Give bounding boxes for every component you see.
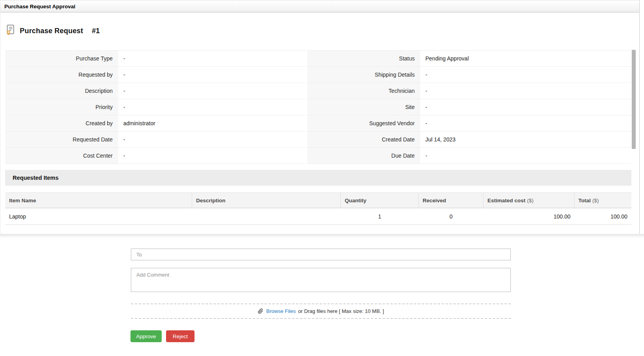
detail-value: administrator	[118, 115, 306, 131]
column-header-label: Total	[578, 198, 591, 203]
table-cell	[192, 208, 341, 224]
detail-value: -	[420, 99, 631, 115]
detail-row: Due Date-	[307, 147, 631, 164]
details-left-column: Purchase Type-Requested by-Description-P…	[5, 50, 306, 164]
detail-label: Created by	[5, 115, 118, 131]
column-header-unit: ($)	[527, 198, 534, 203]
details-right-column: StatusPending ApprovalShipping Details-T…	[307, 50, 631, 164]
detail-value: -	[420, 115, 631, 131]
page-titlebar: Purchase Request Approval	[0, 0, 640, 13]
column-header-label: Received	[423, 198, 446, 203]
purchase-request-icon	[6, 24, 15, 37]
detail-row: Cost Center-	[5, 147, 306, 164]
table-row: Laptop10100.00100.00	[5, 208, 631, 225]
items-header-row: Item NameDescriptionQuantityReceivedEsti…	[5, 192, 631, 208]
table-cell: 100.00	[574, 208, 631, 224]
to-input[interactable]	[131, 249, 511, 260]
detail-row: Technician-	[307, 83, 631, 99]
detail-value: Jul 14, 2023	[420, 132, 631, 147]
table-cell: 0	[419, 208, 483, 224]
details-scrollbar-thumb[interactable]	[632, 50, 636, 149]
column-header-unit: ($)	[592, 198, 599, 203]
file-drop-zone[interactable]: Browse Files or Drag files here [ Max si…	[131, 303, 511, 319]
purchase-request-header: Purchase Request #1	[6, 24, 100, 38]
detail-value: -	[118, 132, 306, 147]
detail-value: -	[118, 148, 306, 164]
requested-items-title: Requested Items	[13, 175, 59, 181]
column-header-label: Item Name	[9, 198, 36, 203]
detail-row: Created byadministrator	[5, 115, 306, 131]
detail-label: Cost Center	[5, 148, 118, 164]
detail-label: Status	[307, 51, 420, 66]
detail-row: Suggested Vendor-	[307, 115, 631, 131]
detail-label: Created Date	[307, 132, 420, 147]
section-divider	[0, 234, 644, 237]
details-table: Purchase Type-Requested by-Description-P…	[5, 50, 631, 164]
column-header: Item Name	[5, 192, 192, 208]
column-header-label: Quantity	[345, 198, 366, 203]
page-title: Purchase Request Approval	[4, 4, 76, 9]
detail-label: Suggested Vendor	[307, 115, 420, 131]
requested-items-table: Item NameDescriptionQuantityReceivedEsti…	[5, 192, 631, 225]
detail-label: Requested Date	[5, 132, 118, 147]
detail-value: Pending Approval	[420, 51, 631, 66]
browse-files-link[interactable]: Browse Files	[266, 308, 296, 314]
detail-value: -	[420, 67, 631, 83]
column-header-label: Estimated cost	[487, 198, 525, 203]
detail-label: Requested by	[5, 67, 118, 83]
column-header-label: Description	[196, 198, 225, 203]
table-cell: 1	[341, 208, 419, 224]
detail-label: Shipping Details	[307, 67, 420, 83]
add-comment-textarea[interactable]	[131, 268, 511, 292]
column-header: Quantity	[341, 192, 419, 208]
detail-row: Shipping Details-	[307, 66, 631, 83]
detail-row: Priority-	[5, 99, 306, 115]
column-header: Description	[192, 192, 341, 208]
detail-value: -	[420, 148, 631, 164]
column-header: Estimated cost($)	[483, 192, 574, 208]
detail-row: Site-	[307, 99, 631, 115]
detail-row: Purchase Type-	[5, 50, 306, 66]
reject-button[interactable]: Reject	[166, 330, 195, 342]
requested-items-section-bar: Requested Items	[5, 170, 631, 186]
detail-label: Site	[307, 99, 420, 115]
detail-row: Description-	[5, 83, 306, 99]
column-header: Total($)	[574, 192, 631, 208]
detail-row: Created DateJul 14, 2023	[307, 131, 631, 147]
detail-label: Due Date	[307, 148, 420, 164]
paperclip-icon	[258, 308, 263, 314]
detail-value: -	[118, 67, 306, 83]
detail-value: -	[118, 83, 306, 99]
column-header: Received	[419, 192, 483, 208]
detail-row: StatusPending Approval	[307, 50, 631, 66]
detail-label: Priority	[5, 99, 118, 115]
detail-label: Purchase Type	[5, 51, 118, 66]
table-cell: 100.00	[483, 208, 574, 224]
detail-row: Requested by-	[5, 66, 306, 83]
detail-value: -	[420, 83, 631, 99]
detail-label: Description	[5, 83, 118, 99]
detail-row: Requested Date-	[5, 131, 306, 147]
detail-label: Technician	[307, 83, 420, 99]
purchase-request-title: Purchase Request	[20, 27, 83, 35]
purchase-request-number: #1	[92, 27, 100, 35]
items-body: Laptop10100.00100.00	[5, 208, 631, 225]
table-cell: Laptop	[5, 208, 192, 224]
approve-button[interactable]: Approve	[130, 330, 162, 342]
detail-value: -	[118, 51, 306, 66]
drag-files-hint: or Drag files here [ Max size: 10 MB. ]	[298, 308, 384, 314]
detail-value: -	[118, 99, 306, 115]
